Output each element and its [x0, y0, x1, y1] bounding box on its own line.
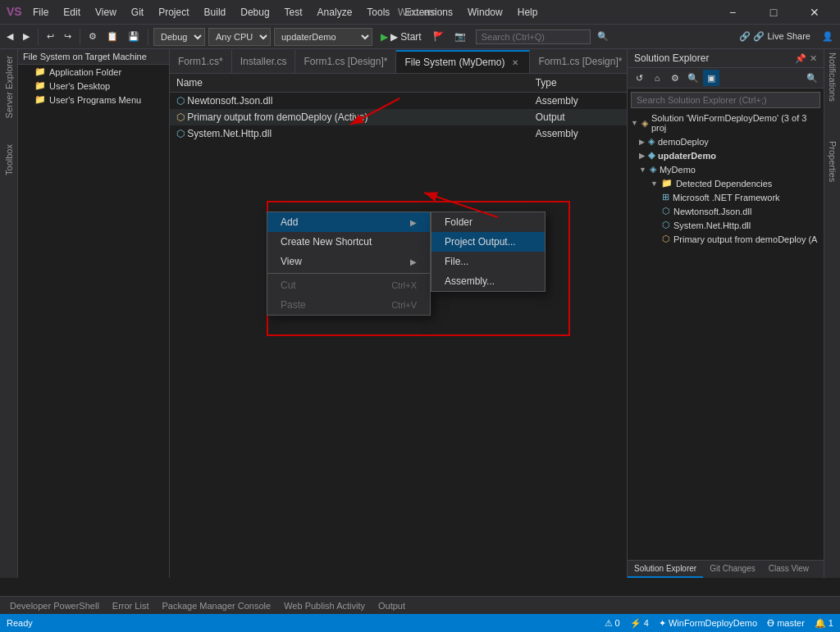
se-btn-settings[interactable]: ⚙	[667, 70, 683, 86]
tab-form1design[interactable]: Form1.cs [Design]*	[295, 50, 396, 73]
menu-edit[interactable]: Edit	[57, 5, 87, 20]
se-btn-collapse[interactable]: ▣	[703, 70, 719, 86]
toolbar-icon-3[interactable]: 💾	[125, 28, 143, 46]
tab-filesystem[interactable]: File System (MyDemo) ✕	[396, 50, 530, 73]
tree-item-programs[interactable]: 📁 User's Programs Menu	[18, 93, 169, 107]
tab-bar: Form1.cs* Installer.cs Form1.cs [Design]…	[170, 49, 627, 74]
account-button[interactable]: 👤	[819, 28, 837, 46]
menu-file[interactable]: File	[26, 5, 55, 20]
se-pin-icon[interactable]: 📌	[795, 53, 806, 64]
se-btn-home[interactable]: ⌂	[649, 70, 665, 86]
cpu-dropdown[interactable]: Any CPU	[208, 28, 271, 46]
tab-form1cs[interactable]: Form1.cs*	[170, 50, 232, 73]
toolbar-icon-2[interactable]: 📋	[103, 28, 121, 46]
status-branch[interactable]: Ꝋ master	[767, 618, 805, 629]
status-notifications[interactable]: 🔔 1	[815, 618, 833, 629]
toolbar-icon-1[interactable]: ⚙	[85, 28, 100, 46]
btab-packagemanager[interactable]: Package Manager Console	[155, 599, 277, 612]
server-explorer-label[interactable]: Server Explorer	[2, 52, 16, 121]
sub-folder[interactable]: Folder	[431, 212, 545, 232]
tab-solution-explorer[interactable]: Solution Explorer	[628, 561, 703, 578]
tree-item-desktop[interactable]: 📁 User's Desktop	[18, 79, 169, 93]
tab-installer[interactable]: Installer.cs	[232, 50, 296, 73]
search-button[interactable]: 🔍	[594, 28, 612, 46]
tab-form1design2[interactable]: Form1.cs [Design]*	[530, 50, 627, 73]
se-item-updaterdemo[interactable]: ▶ ◈ updaterDemo	[628, 148, 824, 162]
se-item-solution[interactable]: ▼ ◈ Solution 'WinFormDeployDemo' (3 of 3…	[628, 111, 824, 134]
folder-icon-2: 📁	[34, 80, 46, 91]
back-button[interactable]: ◀	[3, 28, 16, 46]
table-row[interactable]: ⬡ System.Net.Http.dll Assembly	[170, 125, 627, 142]
se-demodeploy-label: demoDeploy	[658, 137, 709, 147]
btab-powershell[interactable]: Developer PowerShell	[3, 599, 106, 612]
bottom-tabs: Developer PowerShell Error List Package …	[0, 596, 840, 614]
status-warnings[interactable]: ⚡ 4	[630, 618, 649, 629]
menu-git[interactable]: Git	[125, 5, 150, 20]
tab-class-view[interactable]: Class View	[762, 561, 815, 578]
se-item-mydemo[interactable]: ▼ ◈ MyDemo	[628, 162, 824, 176]
se-sysnet-label: System.Net.Http.dll	[673, 221, 751, 230]
se-btn-filter[interactable]: 🔍	[685, 70, 701, 86]
se-updaterdemo-label: updaterDemo	[658, 151, 716, 161]
menu-test[interactable]: Test	[278, 5, 309, 20]
properties-label[interactable]: Properties	[826, 138, 839, 185]
menu-analyze[interactable]: Analyze	[311, 5, 359, 20]
btab-output[interactable]: Output	[372, 599, 412, 612]
se-net-label: Microsoft .NET Framework	[673, 193, 780, 202]
dll-icon: ⬡	[176, 95, 185, 107]
tab-filesystem-close[interactable]: ✕	[509, 57, 521, 68]
se-item-newtonsoft[interactable]: ⬡ Newtonsoft.Json.dll	[628, 204, 824, 218]
se-tree: ▼ ◈ Solution 'WinFormDeployDemo' (3 of 3…	[628, 111, 824, 560]
menu-debug[interactable]: Debug	[234, 5, 276, 20]
btab-webpublish[interactable]: Web Publish Activity	[277, 599, 372, 612]
toolbar-icon-5[interactable]: 📷	[451, 28, 469, 46]
se-item-demodeploy[interactable]: ▶ ◈ demoDeploy	[628, 134, 824, 148]
se-item-sysnet[interactable]: ⬡ System.Net.Http.dll	[628, 218, 824, 232]
notifications-label[interactable]: Notifications	[826, 49, 839, 105]
project-dropdown[interactable]: updaterDemo	[274, 28, 372, 46]
menu-tools[interactable]: Tools	[360, 5, 396, 20]
status-project: ✦ WinFormDeployDemo	[659, 618, 757, 629]
col-type: Type	[529, 74, 627, 93]
close-button[interactable]: ✕	[796, 2, 833, 22]
menu-help[interactable]: Help	[511, 5, 545, 20]
tab-git-changes[interactable]: Git Changes	[703, 561, 762, 578]
menu-build[interactable]: Build	[198, 5, 233, 20]
se-item-detected-deps[interactable]: ▼ 📁 Detected Dependencies	[628, 176, 824, 190]
table-row[interactable]: ⬡ Newtonsoft.Json.dll Assembly	[170, 93, 627, 110]
ctx-view[interactable]: View ▶	[267, 252, 430, 271]
se-btn-more[interactable]: 🔍	[804, 70, 820, 86]
menu-project[interactable]: Project	[152, 5, 195, 20]
expand-arrow-4: ▼	[639, 166, 646, 174]
se-close-icon[interactable]: ✕	[810, 53, 817, 64]
sub-assembly[interactable]: Assembly...	[431, 271, 545, 291]
ctx-add[interactable]: Add ▶	[267, 212, 430, 232]
menu-extensions[interactable]: Extensions	[398, 5, 459, 20]
sub-project-output[interactable]: Project Output...	[431, 232, 545, 252]
minimize-button[interactable]: −	[714, 2, 751, 22]
se-item-primary[interactable]: ⬡ Primary output from demoDeploy (A	[628, 232, 824, 246]
table-row[interactable]: ⬡ Primary output from demoDeploy (Active…	[170, 109, 627, 125]
dll-icon-2: ⬡	[176, 128, 185, 139]
ctx-create-shortcut[interactable]: Create New Shortcut	[267, 232, 430, 252]
restore-button[interactable]: □	[755, 2, 792, 22]
status-errors[interactable]: ⚠ 0	[605, 618, 620, 629]
btab-errorlist[interactable]: Error List	[106, 599, 156, 612]
tree-item-app-folder[interactable]: 📁 Application Folder	[18, 65, 169, 79]
undo-button[interactable]: ↩	[43, 28, 57, 46]
se-item-net[interactable]: ⊞ Microsoft .NET Framework	[628, 190, 824, 204]
search-input[interactable]	[476, 30, 591, 44]
toolbox-label[interactable]: Toolbox	[2, 141, 16, 179]
start-button[interactable]: ▶ ▶ Start	[376, 30, 427, 44]
forward-button[interactable]: ▶	[20, 28, 33, 46]
se-btn-sync[interactable]: ↺	[631, 70, 647, 86]
menu-window[interactable]: Window	[461, 5, 509, 20]
debug-dropdown[interactable]: Debug	[153, 28, 205, 46]
redo-button[interactable]: ↪	[61, 28, 75, 46]
menu-view[interactable]: View	[89, 5, 123, 20]
sub-file[interactable]: File...	[431, 252, 545, 271]
se-search-input[interactable]	[631, 92, 820, 108]
ctx-view-arrow: ▶	[410, 257, 417, 266]
toolbar-icon-4[interactable]: 🚩	[430, 28, 448, 46]
liveshare-button[interactable]: 🔗 🔗 Live Share	[734, 30, 815, 43]
